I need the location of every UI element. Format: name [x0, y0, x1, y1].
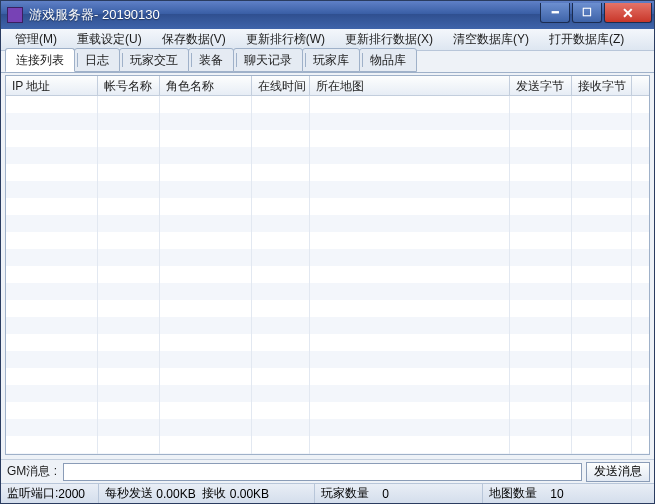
grid-column-header[interactable]: 所在地图	[310, 76, 510, 95]
close-button[interactable]: ✕	[604, 3, 652, 23]
gm-message-row: GM消息 : 发送消息	[1, 459, 654, 483]
grid-column-header[interactable]: 在线时间	[252, 76, 310, 95]
grid-column-header[interactable]: 角色名称	[160, 76, 252, 95]
maximize-icon: ☐	[582, 7, 592, 18]
status-listen: 监听端口:2000	[1, 484, 99, 503]
tab-connections[interactable]: 连接列表	[5, 48, 75, 72]
menu-rank[interactable]: 更新排行榜(W)	[236, 29, 335, 50]
gm-label: GM消息 :	[5, 463, 59, 480]
status-bar: 监听端口:2000 每秒发送 0.00KB 接收 0.00KB 玩家数量 0 地…	[1, 483, 654, 503]
status-rate: 每秒发送 0.00KB 接收 0.00KB	[99, 484, 315, 503]
app-window: 游戏服务器- 20190130 ━ ☐ ✕ 管理(M) 重载设定(U) 保存数据…	[0, 0, 655, 504]
maximize-button[interactable]: ☐	[572, 3, 602, 23]
tab-equipment[interactable]: 装备	[188, 48, 234, 72]
grid-header: IP 地址帐号名称角色名称在线时间所在地图发送字节接收字节	[6, 76, 649, 96]
minimize-button[interactable]: ━	[540, 3, 570, 23]
title-bar[interactable]: 游戏服务器- 20190130 ━ ☐ ✕	[1, 1, 654, 29]
window-controls: ━ ☐ ✕	[538, 3, 654, 23]
status-players: 玩家数量 0	[315, 484, 483, 503]
minimize-icon: ━	[552, 7, 559, 18]
tab-players-db[interactable]: 玩家库	[302, 48, 360, 72]
window-title: 游戏服务器- 20190130	[29, 6, 538, 24]
grid-column-header[interactable]: 发送字节	[510, 76, 572, 95]
tab-strip: 连接列表 日志 玩家交互 装备 聊天记录 玩家库 物品库	[1, 51, 654, 73]
tab-log[interactable]: 日志	[74, 48, 120, 72]
menu-manage[interactable]: 管理(M)	[5, 29, 67, 50]
gm-message-input[interactable]	[63, 463, 582, 481]
content-area: IP 地址帐号名称角色名称在线时间所在地图发送字节接收字节	[5, 75, 650, 455]
grid-column-header[interactable]: IP 地址	[6, 76, 98, 95]
menu-reload[interactable]: 重载设定(U)	[67, 29, 152, 50]
tab-chatlog[interactable]: 聊天记录	[233, 48, 303, 72]
app-icon	[7, 7, 23, 23]
tab-items-db[interactable]: 物品库	[359, 48, 417, 72]
send-message-button[interactable]: 发送消息	[586, 462, 650, 482]
menu-rank-data[interactable]: 更新排行数据(X)	[335, 29, 443, 50]
status-maps: 地图数量 10	[483, 484, 654, 503]
grid-column-header[interactable]: 接收字节	[572, 76, 632, 95]
grid-body[interactable]	[6, 96, 649, 454]
menu-clear-db[interactable]: 清空数据库(Y)	[443, 29, 539, 50]
menu-open-db[interactable]: 打开数据库(Z)	[539, 29, 634, 50]
close-icon: ✕	[622, 6, 634, 20]
menu-save[interactable]: 保存数据(V)	[152, 29, 236, 50]
grid-column-header[interactable]: 帐号名称	[98, 76, 160, 95]
tab-interact[interactable]: 玩家交互	[119, 48, 189, 72]
